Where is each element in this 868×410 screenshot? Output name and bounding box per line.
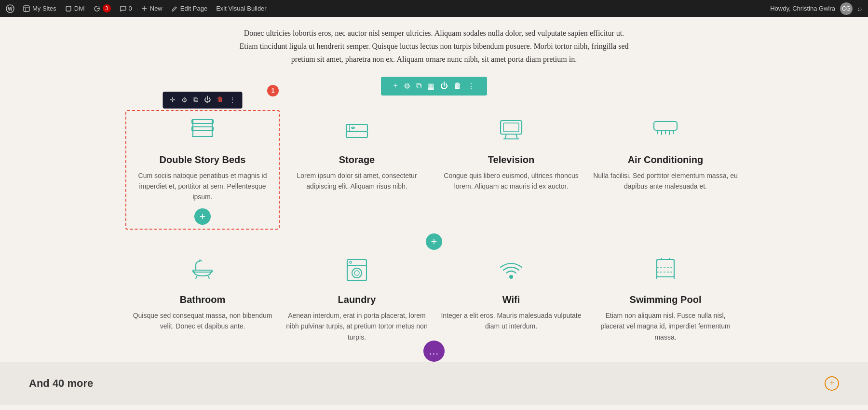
module-toolbar: ✛ ⚙ ⧉ ⏻ 🗑 ⋮ (163, 92, 243, 109)
grid-tool-icon[interactable]: ▦ (427, 82, 434, 91)
edit-page-item[interactable]: Edit Page (171, 5, 207, 12)
storage-title: Storage (339, 154, 375, 165)
laundry-icon (342, 255, 371, 287)
settings-module-icon[interactable]: ⚙ (179, 95, 190, 106)
intro-paragraph: Donec ultricies lobortis eros, nec aucto… (236, 27, 632, 66)
settings-tool-icon[interactable]: ⚙ (404, 82, 410, 91)
svg-rect-8 (192, 120, 213, 123)
air-conditioning-title: Air Conditioning (628, 154, 704, 165)
wifi-desc: Integer a elit eros. Mauris malesuada vu… (439, 310, 583, 332)
laundry-title: Laundry (338, 294, 376, 305)
updates-item[interactable]: 3 (94, 4, 111, 13)
double-story-beds-title: Double Story Beds (160, 154, 246, 165)
and-more-text: And 40 more (29, 377, 93, 390)
feature-air-conditioning: Air Conditioning Nulla facilisi. Sed por… (593, 115, 738, 225)
and-more-banner: And 40 more + (0, 362, 868, 405)
admin-bar-right: Howdy, Christina Gwira CG ⌕ (770, 2, 862, 15)
svg-rect-22 (503, 123, 519, 132)
feature-bathroom: Bathroom Quisque sed consequat massa, no… (130, 255, 275, 342)
svg-rect-15 (346, 132, 367, 137)
bathroom-desc: Quisque sed consequat massa, non bibendu… (130, 310, 275, 332)
trash-tool-icon[interactable]: 🗑 (454, 82, 461, 90)
bathroom-title: Bathroom (180, 294, 225, 305)
ac-icon (651, 115, 680, 148)
search-icon[interactable]: ⌕ (857, 4, 862, 13)
feature-swimming-pool: Swimming Pool Etiam non aliquam nisl. Fu… (593, 255, 738, 342)
more-tool-icon[interactable]: ⋮ (467, 82, 475, 91)
storage-desc: Lorem ipsum dolor sit amet, consectetur … (285, 170, 429, 192)
exit-builder-item[interactable]: Exit Visual Builder (216, 5, 267, 12)
delete-module-icon[interactable]: 🗑 (215, 95, 225, 105)
comments-item[interactable]: 0 (120, 5, 132, 12)
svg-line-30 (196, 276, 197, 279)
admin-avatar[interactable]: CG (840, 2, 853, 15)
divi-item[interactable]: Divi (65, 5, 85, 12)
feature-storage: Storage Lorem ipsum dolor sit amet, cons… (285, 115, 429, 225)
laundry-desc: Aenean interdum, erat in porta placerat,… (285, 310, 429, 342)
svg-line-31 (208, 276, 209, 279)
svg-rect-5 (66, 6, 71, 11)
feature-television: Television Congue quis libero euismod, u… (439, 115, 583, 225)
features-section: ✛ ⚙ ⧉ ⏻ 🗑 ⋮ 1 (111, 105, 757, 352)
svg-line-19 (505, 134, 506, 139)
feature-wifi: Wifi Integer a elit eros. Mauris malesua… (439, 255, 583, 342)
bath-icon (188, 255, 217, 287)
my-sites-item[interactable]: My Sites (23, 5, 56, 12)
feature-laundry: Laundry Aenean interdum, erat in porta p… (285, 255, 429, 342)
pool-icon (651, 255, 680, 287)
tv-icon (497, 115, 526, 148)
admin-bar: W My Sites Divi 3 0 New Edit Page Exit V… (0, 0, 868, 17)
power-module-icon[interactable]: ⏻ (202, 95, 213, 105)
section-toolbar: + ⚙ ⧉ ▦ ⏻ 🗑 ⋮ (381, 77, 487, 96)
features-grid-row2: Bathroom Quisque sed consequat massa, no… (130, 255, 738, 342)
television-desc: Congue quis libero euismod, ultrices rho… (439, 170, 583, 192)
svg-rect-38 (657, 260, 674, 277)
move-icon[interactable]: ✛ (168, 95, 177, 106)
notification-badge: 1 (267, 85, 279, 96)
svg-point-36 (350, 261, 352, 263)
wifi-icon (497, 255, 526, 287)
feature-double-story-beds: ✛ ⚙ ⧉ ⏻ 🗑 ⋮ 1 (130, 115, 275, 225)
bunk-bed-icon (188, 115, 217, 148)
svg-text:W: W (8, 6, 13, 12)
svg-point-16 (352, 127, 354, 128)
duplicate-module-icon[interactable]: ⧉ (191, 95, 200, 105)
visual-builder-menu-button[interactable]: … (423, 341, 445, 362)
air-conditioning-desc: Nulla facilisi. Sed porttitor elementum … (593, 170, 738, 192)
svg-point-37 (510, 275, 513, 278)
wifi-title: Wifi (502, 294, 520, 305)
swimming-pool-title: Swimming Pool (630, 294, 702, 305)
storage-icon (342, 115, 371, 148)
intro-text-block: Donec ultricies lobortis eros, nec aucto… (236, 17, 632, 71)
svg-line-20 (516, 134, 517, 139)
howdy-text: Howdy, Christina Gwira (770, 5, 835, 12)
duplicate-tool-icon[interactable]: ⧉ (416, 82, 421, 90)
svg-point-34 (352, 268, 362, 278)
add-tool-icon[interactable]: + (393, 82, 397, 90)
double-story-beds-desc: Cum sociis natoque penatibus et magnis i… (130, 170, 275, 203)
television-title: Television (488, 154, 534, 165)
new-item[interactable]: New (141, 5, 163, 12)
svg-rect-9 (192, 127, 213, 131)
wp-icon[interactable]: W (6, 4, 14, 13)
svg-point-35 (354, 271, 359, 275)
swimming-pool-desc: Etiam non aliquam nisl. Fusce nulla nisl… (593, 310, 738, 342)
svg-rect-23 (654, 122, 677, 130)
features-grid: ✛ ⚙ ⧉ ⏻ 🗑 ⋮ 1 (130, 115, 738, 225)
banner-add-button[interactable]: + (825, 376, 839, 391)
svg-rect-29 (193, 270, 212, 272)
add-row-button[interactable]: + (426, 233, 442, 250)
add-below-button[interactable]: + (194, 208, 211, 225)
add-row-area: + (130, 233, 738, 250)
svg-rect-2 (24, 6, 29, 12)
more-module-icon[interactable]: ⋮ (227, 95, 238, 106)
power-tool-icon[interactable]: ⏻ (440, 82, 448, 90)
